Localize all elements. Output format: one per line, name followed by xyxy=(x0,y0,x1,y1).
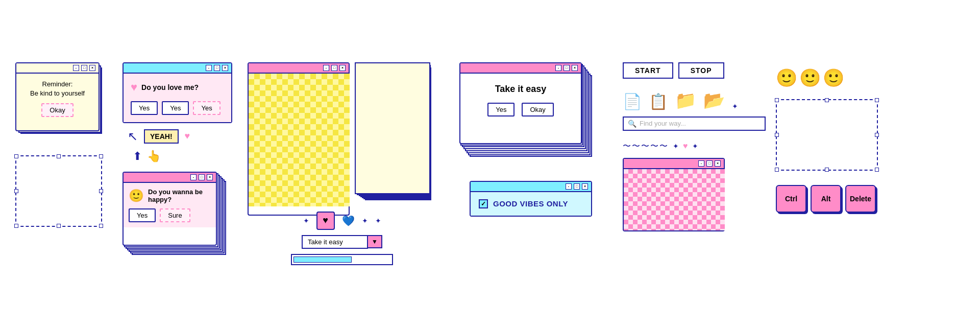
bottom-elements: ✦ ♥ 💙 ✦ ✦ Take it easy ▼ xyxy=(291,212,393,265)
pc-btn-max[interactable]: □ xyxy=(706,160,713,167)
happy-sure-btn[interactable]: Sure xyxy=(160,208,190,222)
wavy-line: 〜〜〜〜〜 xyxy=(623,141,669,152)
reminder-btn-max[interactable]: □ xyxy=(81,65,87,71)
love-window: - □ × ♥ Do you love me? Yes Yes Yes xyxy=(122,62,232,123)
gv-btn-close[interactable]: × xyxy=(582,183,588,190)
stop-button[interactable]: STOP xyxy=(678,62,724,79)
pc-btn-min[interactable]: - xyxy=(698,160,704,167)
reminder-okay-button[interactable]: Okay xyxy=(41,103,73,117)
tie-yes-btn[interactable]: Yes xyxy=(487,103,514,116)
handle-bm[interactable] xyxy=(57,224,61,228)
smiley-3: 🙂 xyxy=(823,67,844,88)
take-it-easy-stack: - □ × Take it easy Yes Okay xyxy=(459,62,602,165)
take-it-easy-dropdown[interactable]: Take it easy xyxy=(302,235,368,249)
sparkle-2: ✦ xyxy=(692,142,698,150)
handle-mr[interactable] xyxy=(99,189,103,193)
progress-bar-container xyxy=(291,254,393,265)
good-vibes-label: GOOD VIBES ONLY xyxy=(493,199,568,208)
love-yes-btn-1[interactable]: Yes xyxy=(131,101,158,115)
dropdown-arrow-icon[interactable]: ▼ xyxy=(368,235,382,248)
happy-btn-min[interactable]: - xyxy=(190,174,197,180)
love-yes-btn-3[interactable]: Yes xyxy=(193,101,220,115)
gv-checkbox[interactable]: ✓ xyxy=(479,199,488,208)
tie-okay-btn[interactable]: Okay xyxy=(522,103,553,116)
gv-btn-min[interactable]: - xyxy=(566,183,572,190)
happy-yes-btn[interactable]: Yes xyxy=(129,208,156,222)
reminder-btn-close[interactable]: × xyxy=(89,65,95,71)
yeah-row: ↖ YEAH! ♥ xyxy=(122,129,235,144)
take-it-easy-text: Take it easy xyxy=(495,84,547,95)
pc-btn-close[interactable]: × xyxy=(715,160,721,167)
happy-window: - □ × 🙂 Do you wanna be happy? Yes Sure xyxy=(122,172,217,246)
handle2-ml[interactable] xyxy=(775,133,779,137)
handle-br[interactable] xyxy=(99,224,103,228)
love-buttons-row: Yes Yes Yes xyxy=(131,101,224,115)
handle2-br[interactable] xyxy=(875,168,879,172)
love-yes-btn-2[interactable]: Yes xyxy=(162,101,189,115)
gv-btn-max[interactable]: □ xyxy=(574,183,580,190)
cyan-checker-selection xyxy=(15,155,102,227)
pink-checker-content xyxy=(624,169,725,230)
alt-key[interactable]: Alt xyxy=(811,185,841,213)
delete-key[interactable]: Delete xyxy=(845,185,876,213)
tie-btn-max[interactable]: □ xyxy=(564,65,570,71)
start-button[interactable]: START xyxy=(623,62,673,79)
yellow-checker-content xyxy=(249,74,350,206)
handle2-tm[interactable] xyxy=(825,98,829,102)
blue-heart-icon: 💙 xyxy=(342,215,355,227)
heart-bubble-icon: ♥ xyxy=(323,215,328,226)
main-container: - □ × Reminder: Be kind to yourself Okay xyxy=(0,0,980,327)
reminder-btn-min[interactable]: - xyxy=(73,65,79,71)
handle-tr[interactable] xyxy=(99,154,103,158)
love-question-row: ♥ Do you love me? xyxy=(131,81,224,94)
take-it-easy-dropdown-row: Take it easy ▼ xyxy=(302,235,382,249)
tie-btn-min[interactable]: - xyxy=(555,65,561,71)
handle2-tl[interactable] xyxy=(775,98,779,102)
gv-titlebar: - □ × xyxy=(471,182,591,192)
handle-bl[interactable] xyxy=(14,224,18,228)
document-icon: 📋 xyxy=(649,92,668,110)
love-btn-max[interactable]: □ xyxy=(214,65,220,71)
yc-btn-max[interactable]: □ xyxy=(331,65,337,71)
handle2-bm[interactable] xyxy=(825,168,829,172)
column-6: 🙂 🙂 🙂 Ctrl Alt xyxy=(776,62,893,213)
love-btn-close[interactable]: × xyxy=(222,65,228,71)
yc-btn-min[interactable]: - xyxy=(323,65,329,71)
checker-area: - □ × xyxy=(248,62,436,216)
happy-btn-close[interactable]: × xyxy=(207,174,213,180)
column-3: - □ × xyxy=(245,62,439,265)
reminder-text: Reminder: Be kind to yourself xyxy=(30,80,85,98)
wavy-sparkle-row: 〜〜〜〜〜 ✦ ♥ ✦ xyxy=(623,141,766,152)
start-stop-row: START STOP xyxy=(623,62,766,79)
sparkle-1: ✦ xyxy=(673,142,679,150)
love-btn-min[interactable]: - xyxy=(206,65,212,71)
happy-btn-max[interactable]: □ xyxy=(199,174,205,180)
pc-titlebar: - □ × xyxy=(624,159,724,169)
search-bar[interactable]: 🔍 Find your way... xyxy=(623,116,766,131)
sparkle-icon-1: ✦ xyxy=(303,217,309,225)
reminder-content: Reminder: Be kind to yourself Okay xyxy=(16,74,99,123)
happy-titlebar: - □ × xyxy=(124,173,216,183)
handle2-bl[interactable] xyxy=(775,168,779,172)
column-4: - □ × Take it easy Yes Okay xyxy=(449,62,612,217)
search-placeholder-text: Find your way... xyxy=(640,120,686,127)
tie-btn-close[interactable]: × xyxy=(572,65,578,71)
handle-ml[interactable] xyxy=(14,189,18,193)
handle2-mr[interactable] xyxy=(875,133,879,137)
column-1: - □ × Reminder: Be kind to yourself Okay xyxy=(15,62,112,227)
mouse-cursor-icon: ⬆ xyxy=(133,150,142,163)
handle-tl[interactable] xyxy=(14,154,18,158)
sparkle-file-icon: ✦ xyxy=(732,102,738,110)
love-titlebar: - □ × xyxy=(124,63,231,74)
yc-btn-close[interactable]: × xyxy=(339,65,346,71)
reminder-stack: - □ × Reminder: Be kind to yourself Okay xyxy=(15,62,112,144)
handle2-tr[interactable] xyxy=(875,98,879,102)
sparkle-icon-2: ✦ xyxy=(362,217,368,225)
smiley-2: 🙂 xyxy=(799,67,821,88)
document-pages-icon: 📄 xyxy=(623,92,642,110)
happy-buttons-row: Yes Sure xyxy=(129,208,211,222)
handle-tm[interactable] xyxy=(57,154,61,158)
ctrl-key[interactable]: Ctrl xyxy=(776,185,806,213)
reminder-window: - □ × Reminder: Be kind to yourself Okay xyxy=(15,62,100,131)
smiley-icon: 🙂 xyxy=(129,189,144,203)
